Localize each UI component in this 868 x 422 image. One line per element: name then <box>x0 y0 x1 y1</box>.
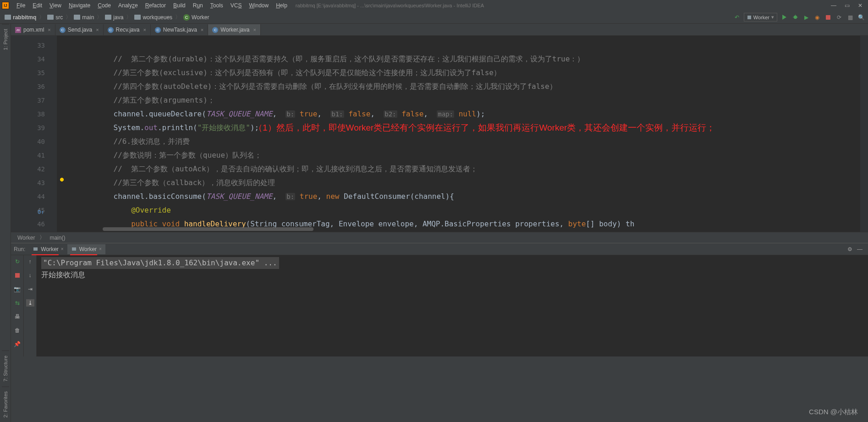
chevron-right-icon: 〉 <box>38 13 45 21</box>
tab-recv[interactable]: C Recv.java × <box>104 24 151 35</box>
minimize-icon[interactable]: — <box>831 2 836 9</box>
close-icon[interactable]: × <box>201 27 203 33</box>
run-side-toolbar-2: ↑ ↓ ⇥ ⤓ <box>24 255 37 356</box>
code-area[interactable]: // 第二个参数(durable)：这个队列是否需要持久（即，服务重启后，这个队… <box>57 36 860 232</box>
console-line: 开始接收消息 <box>41 269 863 281</box>
tool-favorites[interactable]: 2: Favorites <box>2 386 9 422</box>
tab-label: pom.xml <box>23 27 44 33</box>
menu-edit[interactable]: Edit <box>29 1 46 10</box>
crumb-package[interactable]: workqueues <box>132 14 174 21</box>
minimize-panel-icon[interactable]: — <box>857 246 863 252</box>
run-tab-worker-2[interactable]: Worker × <box>67 244 105 254</box>
tool-project[interactable]: 1: Project <box>2 24 9 55</box>
chevron-right-icon: 〉 <box>125 13 132 21</box>
update-button[interactable]: ⟳ <box>835 13 843 22</box>
stop-button[interactable] <box>14 272 21 279</box>
chevron-right-icon: 〉 <box>65 13 72 21</box>
menu-code[interactable]: Code <box>94 1 115 10</box>
menu-run[interactable]: Run <box>189 1 207 10</box>
menu-build[interactable]: Build <box>170 1 189 10</box>
close-icon[interactable]: × <box>253 27 256 33</box>
crumb-src[interactable]: src <box>45 14 65 21</box>
menu-window[interactable]: Window <box>245 1 272 10</box>
run-tabbar: Run: Worker × Worker × ⚙ — <box>11 243 868 255</box>
crumb-main[interactable]: main <box>72 14 96 21</box>
wrap-icon[interactable]: ⇥ <box>27 285 34 293</box>
close-icon[interactable]: × <box>99 247 102 252</box>
run-tab-label: Worker <box>41 246 58 252</box>
camera-icon[interactable]: 📷 <box>14 285 21 293</box>
down-icon[interactable]: ↓ <box>27 272 34 279</box>
tab-label: Worker.java <box>220 27 249 33</box>
chevron-down-icon: ▾ <box>771 14 774 20</box>
editor-marker-bar[interactable] <box>860 36 868 232</box>
layout-icon[interactable]: ⇆ <box>14 299 21 307</box>
svg-rect-7 <box>72 247 76 251</box>
menu-tools[interactable]: Tools <box>207 1 227 10</box>
back-icon[interactable]: ↶ <box>733 13 741 22</box>
editor[interactable]: 33 34 35 36 37 38 39 40 41 42 43 44 45 4… <box>11 36 868 232</box>
tool-structure[interactable]: 7: Structure <box>2 351 9 386</box>
up-icon[interactable]: ↑ <box>27 258 34 265</box>
close-icon[interactable]: × <box>96 27 99 33</box>
run-button[interactable] <box>780 13 788 22</box>
profile-button[interactable]: ◉ <box>813 13 821 22</box>
tab-send[interactable]: C Send.java × <box>55 24 104 35</box>
run-tab-label: Worker <box>79 246 97 252</box>
editor-tabbar: m pom.xml × C Send.java × C Recv.java × … <box>11 24 868 36</box>
svg-rect-0 <box>747 16 751 19</box>
override-icon[interactable]: O↑ <box>38 205 44 212</box>
run-tab-worker-1[interactable]: Worker × <box>29 244 67 254</box>
crumb-project[interactable]: rabbitmq <box>3 14 38 21</box>
structure-breadcrumb: Worker 〉 main() <box>11 232 868 243</box>
java-icon: C <box>108 27 114 33</box>
menu-navigate[interactable]: Navigate <box>65 1 94 10</box>
run-config-selector[interactable]: Worker ▾ <box>744 13 777 22</box>
folder-icon <box>47 15 54 20</box>
menu-vcs[interactable]: VCS <box>227 1 246 10</box>
tab-newtask[interactable]: C NewTask.java × <box>151 24 208 35</box>
menu-refactor[interactable]: Refactor <box>142 1 170 10</box>
menu-file[interactable]: File <box>13 1 29 10</box>
scroll-icon[interactable]: ⤓ <box>26 299 34 307</box>
print-icon[interactable]: 🖶 <box>14 313 21 320</box>
chevron-right-icon: 〉 <box>39 234 45 241</box>
folder-icon <box>105 15 111 20</box>
crumb-class-name[interactable]: Worker <box>17 235 35 241</box>
horizontal-scrollbar[interactable] <box>103 227 313 231</box>
nav-breadcrumb-bar: rabbitmq 〉 src 〉 main 〉 java 〉 workqueue… <box>0 11 868 24</box>
tab-pom[interactable]: m pom.xml × <box>11 24 55 35</box>
debug-button[interactable] <box>791 13 799 22</box>
tab-label: Recv.java <box>116 27 140 33</box>
chevron-right-icon: 〉 <box>96 13 103 21</box>
close-icon[interactable]: × <box>143 27 146 33</box>
close-icon[interactable]: ✕ <box>858 2 863 9</box>
trash-icon[interactable]: 🗑 <box>14 327 21 334</box>
console-output[interactable]: "C:\Program Files\Java\jdk1.8.0_162\bin\… <box>37 255 868 356</box>
stop-button[interactable] <box>824 13 832 22</box>
maven-icon: m <box>15 27 21 33</box>
watermark: CSDN @小桔林 <box>809 408 858 417</box>
menu-view[interactable]: View <box>46 1 65 10</box>
coverage-button[interactable]: ▶ <box>802 13 810 22</box>
layout-button[interactable]: ▦ <box>846 13 854 22</box>
gear-icon[interactable]: ⚙ <box>847 246 852 252</box>
left-tool-strip: 1: Project 7: Structure 2: Favorites <box>0 24 11 422</box>
rerun-button[interactable]: ↻ <box>14 258 21 265</box>
close-icon[interactable]: × <box>48 27 50 33</box>
crumb-method-name[interactable]: main() <box>49 235 65 241</box>
menu-help[interactable]: Help <box>272 1 291 10</box>
java-icon: C <box>155 27 161 33</box>
menu-analyze[interactable]: Analyze <box>115 1 142 10</box>
tab-worker[interactable]: C Worker.java × <box>208 24 261 35</box>
search-icon[interactable]: 🔍 <box>857 13 865 22</box>
java-icon: C <box>212 27 218 33</box>
folder-icon <box>134 15 141 20</box>
crumb-java[interactable]: java <box>103 14 125 21</box>
maximize-icon[interactable]: ▭ <box>845 2 850 9</box>
close-icon[interactable]: × <box>61 247 64 252</box>
pin-icon[interactable]: 📌 <box>14 340 21 348</box>
svg-point-2 <box>793 16 797 19</box>
crumb-class[interactable]: CWorker <box>181 14 211 21</box>
toolbar-right: ↶ Worker ▾ ▶ ◉ ⟳ ▦ 🔍 <box>733 13 865 22</box>
